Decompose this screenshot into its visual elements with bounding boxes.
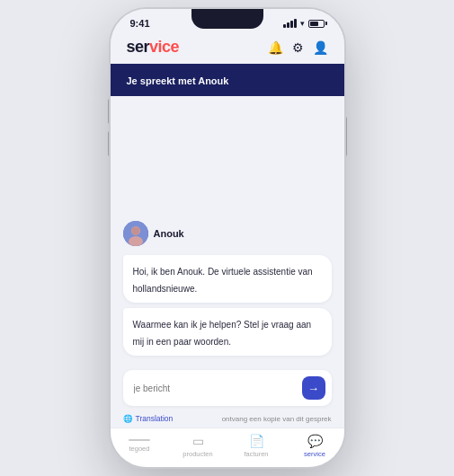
send-button[interactable]: → xyxy=(302,376,325,400)
status-time: 9:41 xyxy=(130,18,150,29)
chat-banner: Je spreekt met Anouk xyxy=(111,64,344,96)
profile-icon[interactable]: 👤 xyxy=(313,40,328,55)
logo-main: ser xyxy=(127,38,150,56)
tegoed-icon xyxy=(129,439,150,441)
input-area: → xyxy=(111,363,344,410)
service-icon: 💬 xyxy=(307,434,323,448)
send-icon: → xyxy=(307,382,319,395)
power-button xyxy=(344,117,347,156)
battery-icon xyxy=(308,20,325,28)
facturen-icon: 📄 xyxy=(249,434,264,448)
chat-banner-text: Je spreekt met Anouk xyxy=(127,75,229,86)
bottom-nav: tegoed ▭ producten 📄 facturen 💬 service xyxy=(111,428,344,467)
phone-screen: 9:41 ▾ service xyxy=(111,9,344,467)
nav-label-facturen: facturen xyxy=(244,450,268,458)
agent-messages: Anouk Hoi, ik ben Anouk. De virtuele ass… xyxy=(123,221,332,356)
agent-name: Anouk xyxy=(154,228,184,239)
copy-conversation-link[interactable]: ontvang een kopie van dit gesprek xyxy=(222,415,332,423)
nav-item-producten[interactable]: ▭ producten xyxy=(169,434,227,458)
notch xyxy=(191,9,263,29)
settings-icon[interactable]: ⚙ xyxy=(292,40,304,55)
status-icons: ▾ xyxy=(283,19,325,28)
globe-icon: 🌐 xyxy=(123,414,133,423)
agent-header: Anouk xyxy=(123,221,332,246)
message-input[interactable] xyxy=(134,383,295,393)
input-row: → xyxy=(123,370,332,406)
chat-bubble-2: Waarmee kan ik je helpen? Stel je vraag … xyxy=(123,308,332,356)
nav-item-facturen[interactable]: 📄 facturen xyxy=(227,434,286,458)
nav-item-tegoed[interactable]: tegoed xyxy=(111,439,169,453)
header-actions: 🔔 ⚙ 👤 xyxy=(268,40,328,55)
footer-links: 🌐 Translation ontvang een kopie van dit … xyxy=(111,410,344,428)
translation-label: Translation xyxy=(136,414,174,423)
phone-shell: 9:41 ▾ service xyxy=(111,9,344,467)
notification-icon[interactable]: 🔔 xyxy=(268,40,283,55)
translation-link[interactable]: 🌐 Translation xyxy=(123,414,174,423)
nav-label-tegoed: tegoed xyxy=(129,445,150,453)
chat-area: Anouk Hoi, ik ben Anouk. De virtuele ass… xyxy=(111,96,344,363)
chat-bubble-text-1: Hoi, ik ben Anouk. De virtuele assistent… xyxy=(133,267,313,294)
avatar-svg xyxy=(123,221,148,246)
nav-label-service: service xyxy=(304,450,325,458)
app-logo: service xyxy=(127,38,180,57)
phone-frame: 9:41 ▾ service xyxy=(111,9,344,467)
avatar xyxy=(123,221,148,246)
app-header: service 🔔 ⚙ 👤 xyxy=(111,32,344,64)
nav-item-service[interactable]: 💬 service xyxy=(286,434,344,458)
chat-bubble-1: Hoi, ik ben Anouk. De virtuele assistent… xyxy=(123,255,332,303)
nav-label-producten: producten xyxy=(182,450,212,458)
svg-point-3 xyxy=(131,227,139,235)
wifi-icon: ▾ xyxy=(300,19,305,28)
logo-highlight: vice xyxy=(149,38,179,56)
chat-bubble-text-2: Waarmee kan ik je helpen? Stel je vraag … xyxy=(133,320,312,347)
producten-icon: ▭ xyxy=(192,434,204,448)
signal-icon xyxy=(283,19,297,28)
